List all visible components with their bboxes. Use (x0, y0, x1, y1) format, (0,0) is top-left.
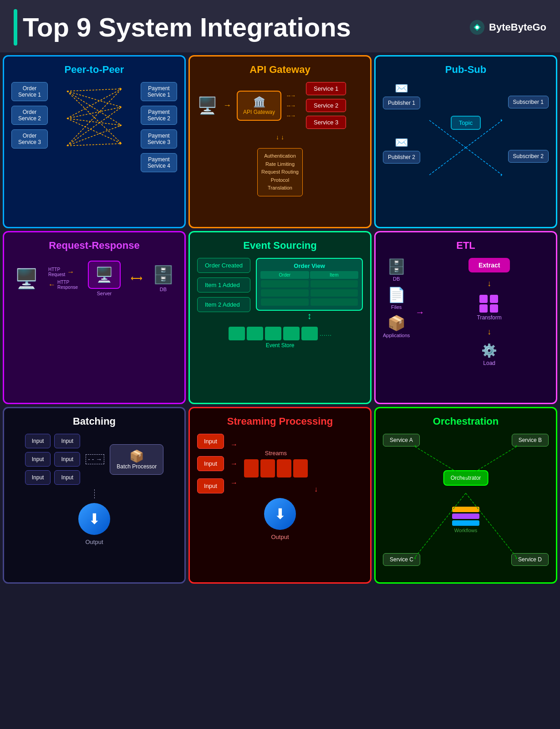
p2p-order-1: OrderService 1 (11, 82, 48, 101)
api-gateway-box: 🏛️ API Gateway (237, 91, 281, 121)
orch-orchestrator-label: Orchestrator (451, 475, 481, 481)
batch-output-icon: ⬇ (78, 503, 110, 535)
etl-db-icon: 🗄️ (387, 258, 406, 275)
p2p-payment-2: PaymentService 2 (141, 106, 177, 125)
api-arrow-in: → (223, 101, 231, 110)
etl-load-icon: ⚙️ (481, 343, 497, 358)
rr-server-label: Server (97, 291, 112, 296)
stream-output-label: Output (271, 534, 289, 540)
es-block-4 (283, 327, 300, 340)
header-title-wrap: Top 9 System Integrations (14, 9, 351, 46)
rr-db-icon: 🗄️ (153, 265, 174, 285)
etl-t1 (479, 295, 488, 303)
rr-arrows: HTTPRequest → ← HTTPResponse (48, 267, 78, 290)
p2p-order-3: OrderService 3 (11, 129, 48, 149)
stream-arrows: → → → (230, 441, 238, 487)
stream-inputs-list: Input Input Input (197, 434, 224, 493)
api-arrows-out: --→ --→ --→ (287, 92, 296, 119)
header: Top 9 System Integrations ByteByteGo (0, 0, 560, 52)
batch-process-arrow: - - → (86, 454, 104, 464)
brand-icon (469, 19, 485, 36)
etl-transform-arrow: ↓ (487, 327, 491, 337)
brand-name: ByteByteGo (489, 21, 546, 33)
rr-db-arrow: ⟷ (131, 273, 143, 283)
svg-line-10 (67, 89, 122, 146)
p2p-connections (51, 82, 137, 155)
etl-transform-group: Transform (477, 295, 502, 321)
batch-row-1: Input Input (25, 434, 80, 448)
etl-db-group: 🗄️ DB (387, 258, 406, 282)
publisher-1-box: Publisher 1 (383, 97, 420, 109)
subscriber-2-group: Subscriber 2 (508, 137, 549, 163)
orch-title: Orchestration (383, 416, 549, 427)
etl-extract-box: Extract (468, 258, 510, 272)
etl-steps: Extract ↓ Transform ↓ ⚙️ Load (430, 258, 549, 366)
etl-files-group: 📄 Files (387, 286, 406, 310)
p2p-order-2: OrderService 2 (11, 106, 48, 125)
orch-workflow-bar-2 (452, 513, 479, 519)
subscriber-1-group: Subscriber 1 (508, 83, 549, 108)
es-events-list: Order Created Item 1 Added Item 2 Added (197, 258, 250, 321)
api-service-1: Service 1 (306, 82, 346, 95)
es-down-arrow: ↕ (256, 311, 363, 321)
es-order-view: Order View Order Item (256, 258, 363, 311)
batch-processor: 📦 Batch Processor (110, 444, 163, 475)
etl-transform-label: Transform (477, 314, 502, 321)
p2p-payments: PaymentService 1 PaymentService 2 Paymen… (141, 82, 177, 172)
es-block-5 (301, 327, 318, 340)
streams-blocks (244, 459, 308, 477)
etl-t4 (490, 304, 498, 313)
es-event-1: Order Created (197, 258, 250, 273)
rr-response-arrow: ← HTTPResponse (48, 280, 78, 290)
batch-row-2: Input Input (25, 452, 80, 467)
es-order-view-title: Order View (260, 262, 358, 269)
es-cell-6 (311, 298, 358, 306)
orch-workflow-stack (452, 507, 479, 526)
p2p-title: Peer-to-Peer (11, 64, 177, 76)
orch-orchestrator-box: Orchestrator (443, 470, 489, 486)
batch-input-5: Input (25, 470, 51, 485)
subscriber-2-box: Subscriber 2 (508, 150, 549, 163)
svg-line-7 (67, 107, 122, 118)
publisher-1-group: ✉️ Publisher 1 (383, 82, 420, 109)
batch-input-1: Input (25, 434, 51, 448)
p2p-content: OrderService 1 OrderService 2 OrderServi… (11, 82, 177, 172)
etl-t2 (490, 295, 498, 303)
etl-apps-group: 📦 Applications (383, 314, 410, 338)
etl-files-label: Files (391, 304, 402, 310)
p2p-payment-3: PaymentService 3 (141, 129, 177, 149)
api-services-list: Service 1 Service 2 Service 3 (306, 82, 346, 129)
stream-arrow-3: → (230, 479, 238, 487)
topic-box: Topic (451, 116, 481, 130)
stream-block-4 (293, 459, 308, 477)
batch-output-group: ⬇ Output (78, 503, 110, 545)
es-block-3 (265, 327, 281, 340)
batch-input-3: Input (25, 452, 51, 467)
stream-title: Streaming Processing (197, 416, 363, 427)
svg-point-1 (475, 26, 479, 29)
svg-marker-15 (120, 106, 122, 108)
svg-marker-23 (501, 174, 502, 176)
batch-processor-label: Batch Processor (117, 463, 157, 470)
svg-line-4 (67, 91, 122, 125)
es-title: Event Sourcing (197, 240, 363, 252)
api-arrow-s3: --→ (287, 113, 296, 119)
card-event-sourcing: Event Sourcing Order Created Item 1 Adde… (188, 231, 372, 404)
stream-input-1: Input (197, 434, 224, 449)
stream-input-3: Input (197, 478, 224, 493)
es-content: Order Created Item 1 Added Item 2 Added … (197, 258, 363, 321)
orch-workflow-bar-3 (452, 520, 479, 526)
pubsub-topic-row: Topic (383, 116, 549, 130)
api-down-arrow: ↓ ↓ (276, 133, 284, 141)
etl-db-label: DB (393, 276, 400, 282)
rr-server-box: 🖥️ (88, 261, 121, 289)
batch-processor-icon: 📦 (117, 449, 157, 463)
batch-dashed-arrow: - - → (86, 454, 104, 464)
rr-db-group: 🗄️ DB (153, 265, 174, 292)
es-order-view-grid: Order Item (260, 271, 358, 306)
es-store-label: Event Store (197, 342, 363, 349)
orch-service-a: Service A (383, 434, 420, 447)
header-accent-bar (14, 9, 17, 46)
es-order-col: Order (260, 271, 309, 279)
stream-block-3 (277, 459, 291, 477)
